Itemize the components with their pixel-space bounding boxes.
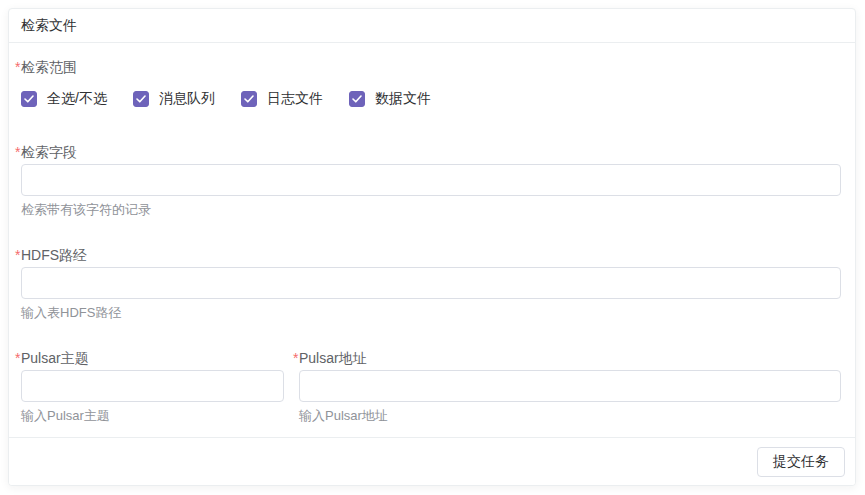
field-pulsar-topic: *Pulsar主题 输入Pulsar主题 (21, 348, 284, 424)
field-label-keyword: *检索字段 (15, 142, 841, 162)
scope-checkbox-row: 全选/不选 消息队列 日志文件 (21, 90, 841, 108)
search-file-card: 检索文件 *检索范围 全选/不选 消息队列 (8, 8, 856, 486)
pulsar-topic-input[interactable] (21, 370, 284, 402)
checkbox-message-queue[interactable]: 消息队列 (133, 90, 215, 108)
field-label-text: 检索字段 (21, 144, 77, 160)
field-helper-text: 输入表HDFS路径 (21, 304, 841, 321)
field-label-text: Pulsar主题 (21, 350, 89, 366)
field-label-scope: *检索范围 (15, 57, 841, 77)
field-label-pulsar-address: *Pulsar地址 (293, 348, 841, 368)
field-label-pulsar-topic: *Pulsar主题 (15, 348, 284, 368)
pulsar-row: *Pulsar主题 输入Pulsar主题 *Pulsar地址 输入Pulsar地… (21, 348, 841, 437)
checkbox-label: 日志文件 (267, 90, 323, 108)
field-helper-text: 输入Pulsar主题 (21, 407, 284, 424)
checkbox-label: 数据文件 (375, 90, 431, 108)
search-keyword-input[interactable] (21, 164, 841, 196)
checked-checkbox-icon (349, 91, 365, 107)
field-label-text: 检索范围 (21, 59, 77, 75)
field-label-hdfs: *HDFS路经 (15, 245, 841, 265)
checked-checkbox-icon (133, 91, 149, 107)
field-label-text: HDFS路经 (21, 247, 87, 263)
pulsar-address-input[interactable] (299, 370, 841, 402)
card-title: 检索文件 (21, 17, 77, 33)
checked-checkbox-icon (241, 91, 257, 107)
field-label-text: Pulsar地址 (299, 350, 367, 366)
card-footer: 提交任务 (9, 437, 855, 485)
field-helper-text: 输入Pulsar地址 (299, 407, 841, 424)
field-pulsar-address: *Pulsar地址 输入Pulsar地址 (299, 348, 841, 424)
card-header: 检索文件 (9, 9, 855, 43)
checked-checkbox-icon (21, 91, 37, 107)
checkbox-label: 全选/不选 (47, 90, 107, 108)
check-icon (352, 95, 362, 103)
field-search-keyword: *检索字段 检索带有该字符的记录 (21, 142, 841, 218)
checkbox-log-file[interactable]: 日志文件 (241, 90, 323, 108)
check-icon (244, 95, 254, 103)
field-search-scope: *检索范围 全选/不选 消息队列 (21, 57, 841, 108)
checkbox-data-file[interactable]: 数据文件 (349, 90, 431, 108)
submit-task-button[interactable]: 提交任务 (757, 447, 845, 477)
field-hdfs-path: *HDFS路经 输入表HDFS路径 (21, 245, 841, 321)
checkbox-select-all[interactable]: 全选/不选 (21, 90, 107, 108)
card-body: *检索范围 全选/不选 消息队列 (9, 43, 855, 437)
hdfs-path-input[interactable] (21, 267, 841, 299)
checkbox-label: 消息队列 (159, 90, 215, 108)
check-icon (136, 95, 146, 103)
check-icon (24, 95, 34, 103)
field-helper-text: 检索带有该字符的记录 (21, 201, 841, 218)
